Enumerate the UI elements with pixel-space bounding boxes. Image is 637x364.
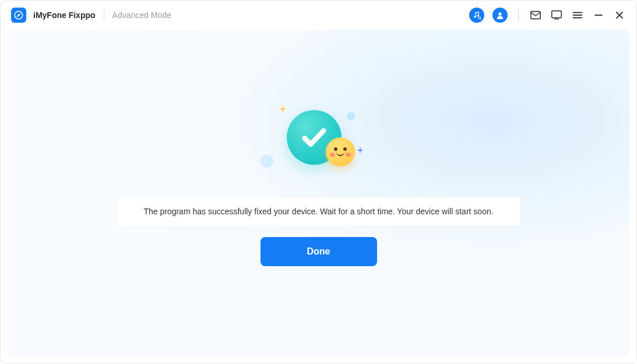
svg-point-3 — [477, 15, 478, 16]
svg-point-1 — [18, 15, 20, 16]
account-icon[interactable] — [492, 8, 508, 23]
titlebar: iMyFone Fixppo Advanced Mode — [1, 1, 636, 30]
decor-dot-blue-small — [347, 112, 355, 121]
mode-label: Advanced Mode — [112, 10, 171, 20]
mail-icon[interactable] — [529, 9, 542, 22]
done-button[interactable]: Done — [261, 237, 377, 266]
close-icon[interactable] — [613, 9, 626, 22]
feedback-icon[interactable] — [550, 9, 563, 22]
app-logo-icon — [11, 8, 26, 23]
decor-dot-blue-large — [261, 155, 273, 168]
titlebar-actions — [469, 8, 626, 23]
actions-divider — [518, 9, 519, 22]
svg-rect-7 — [552, 11, 562, 18]
content-area: The program has successfully fixed your … — [8, 30, 629, 356]
minimize-icon[interactable] — [592, 9, 605, 22]
app-title: iMyFone Fixppo — [33, 10, 96, 20]
smiley-icon — [326, 137, 355, 167]
svg-point-2 — [474, 16, 476, 18]
app-window: iMyFone Fixppo Advanced Mode — [0, 0, 637, 364]
sparkle-yellow-icon — [278, 104, 287, 116]
menu-icon[interactable] — [571, 9, 584, 22]
title-divider — [104, 10, 104, 20]
success-illustration — [261, 105, 377, 187]
success-message: The program has successfully fixed your … — [118, 197, 520, 225]
svg-point-5 — [498, 12, 501, 15]
sparkle-blue-icon — [356, 146, 364, 157]
music-search-icon[interactable] — [469, 8, 484, 23]
